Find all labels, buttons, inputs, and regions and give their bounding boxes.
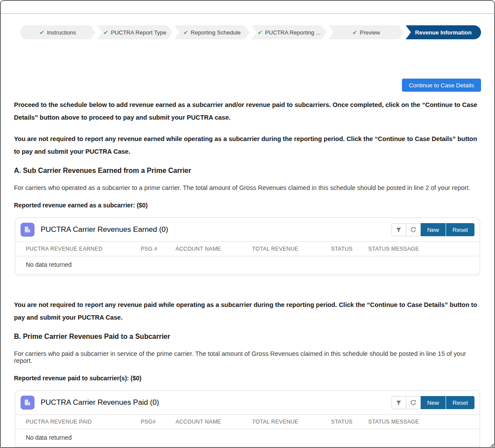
revenues-earned-card-header: PUCTRA Carrier Revenues Earned (0) New R… — [15, 218, 480, 241]
refresh-icon — [410, 399, 417, 406]
path-step-puctra-report-type[interactable]: ✔ PUCTRA Report Type — [97, 25, 173, 39]
column-header: STATUS — [331, 419, 368, 425]
app-window: ✔ Instructions ✔ PUCTRA Report Type ✔ Re… — [0, 0, 495, 448]
table-header-row: PUCTRA REVENUE EARNED PSG # ACCOUNT NAME… — [15, 241, 480, 256]
revenue-paid-notice: You are not required to report any reven… — [14, 299, 481, 324]
path-step-label: Instructions — [47, 29, 76, 36]
column-header: STATUS — [331, 246, 368, 252]
path-step-label: PUCTRA Reporting ... — [265, 29, 321, 36]
building-icon — [21, 223, 35, 237]
intro-paragraph: Proceed to the schedule below to add rev… — [14, 99, 481, 124]
page-content: ✔ Instructions ✔ PUCTRA Report Type ✔ Re… — [1, 14, 494, 448]
check-icon: ✔ — [258, 29, 263, 36]
revenue-earned-notice: You are not required to report any reven… — [14, 133, 481, 158]
column-header: TOTAL REVENUE — [252, 419, 331, 425]
new-button[interactable]: New — [421, 223, 446, 236]
check-icon: ✔ — [104, 29, 108, 36]
column-header: PUCTRA REVENUE EARNED — [15, 246, 141, 252]
empty-state-row: No data returned — [15, 429, 480, 447]
path-step-puctra-reporting[interactable]: ✔ PUCTRA Reporting ... — [252, 25, 327, 39]
column-header: PSG # — [141, 246, 176, 252]
card-actions: New Reset — [391, 223, 474, 236]
revenues-paid-card: PUCTRA Carrier Revenues Paid (0) New Res… — [15, 390, 480, 448]
column-header: ACCOUNT NAME — [176, 246, 252, 252]
window-top-strip — [1, 1, 494, 14]
filter-icon — [395, 227, 402, 233]
filter-button[interactable] — [391, 396, 406, 409]
path-step-reporting-schedule[interactable]: ✔ Reporting Schedule — [174, 25, 250, 39]
empty-state-row: No data returned — [15, 256, 480, 274]
column-header: STATUS MESSAGE — [368, 419, 480, 425]
path-step-label: Revenue Information — [415, 29, 471, 36]
column-header: STATUS MESSAGE — [368, 246, 480, 252]
check-icon: ✔ — [183, 29, 188, 36]
column-header: TOTAL REVENUE — [252, 246, 331, 252]
reported-revenue-earned-label: Reported revenue earned as a subcarrier:… — [14, 202, 481, 209]
reset-button[interactable]: Reset — [446, 396, 474, 409]
refresh-button[interactable] — [406, 223, 421, 236]
path-step-revenue-information[interactable]: Revenue Information — [406, 25, 481, 39]
new-button[interactable]: New — [421, 396, 446, 409]
check-icon: ✔ — [353, 29, 357, 36]
revenues-paid-card-header: PUCTRA Carrier Revenues Paid (0) New Res… — [15, 391, 480, 414]
continue-to-case-details-button[interactable]: Continue to Case Details — [402, 79, 481, 92]
window-resize-handle[interactable] — [490, 443, 494, 447]
filter-icon — [395, 400, 402, 406]
check-icon: ✔ — [40, 29, 45, 36]
section-b-heading: B. Prime Carrier Revenues Paid to a Subc… — [14, 333, 481, 341]
building-icon — [21, 396, 35, 410]
card-actions: New Reset — [391, 396, 474, 409]
reset-button[interactable]: Reset — [446, 223, 474, 236]
section-b-description: For carriers who paid a subcarrier in se… — [14, 350, 481, 364]
refresh-icon — [410, 226, 417, 233]
column-header: ACCOUNT NAME — [176, 419, 252, 425]
path-step-label: Reporting Schedule — [191, 29, 241, 36]
path-step-instructions[interactable]: ✔ Instructions — [20, 25, 96, 39]
card-title: PUCTRA Carrier Revenues Paid (0) — [41, 398, 159, 407]
column-header: PSG# — [141, 419, 176, 425]
wizard-path: ✔ Instructions ✔ PUCTRA Report Type ✔ Re… — [20, 25, 481, 39]
empty-state-text: No data returned — [26, 434, 72, 441]
column-header: PUCTRA REVENUE PAID — [15, 419, 141, 425]
path-step-label: PUCTRA Report Type — [111, 29, 166, 36]
section-a-heading: A. Sub Carrier Revenues Earned from a Pr… — [14, 167, 481, 175]
path-step-label: Preview — [360, 29, 380, 36]
card-title: PUCTRA Carrier Revenues Earned (0) — [41, 225, 168, 234]
path-step-preview[interactable]: ✔ Preview — [329, 25, 404, 39]
section-a-description: For carriers who operated as a subcarrie… — [14, 184, 481, 191]
empty-state-text: No data returned — [26, 261, 72, 268]
refresh-button[interactable] — [406, 396, 421, 409]
revenues-earned-card: PUCTRA Carrier Revenues Earned (0) New R… — [15, 217, 480, 276]
table-header-row: PUCTRA REVENUE PAID PSG# ACCOUNT NAME TO… — [15, 414, 480, 429]
filter-button[interactable] — [391, 223, 406, 236]
reported-revenue-paid-label: Reported revenue paid to subcarrier(s): … — [14, 375, 481, 382]
